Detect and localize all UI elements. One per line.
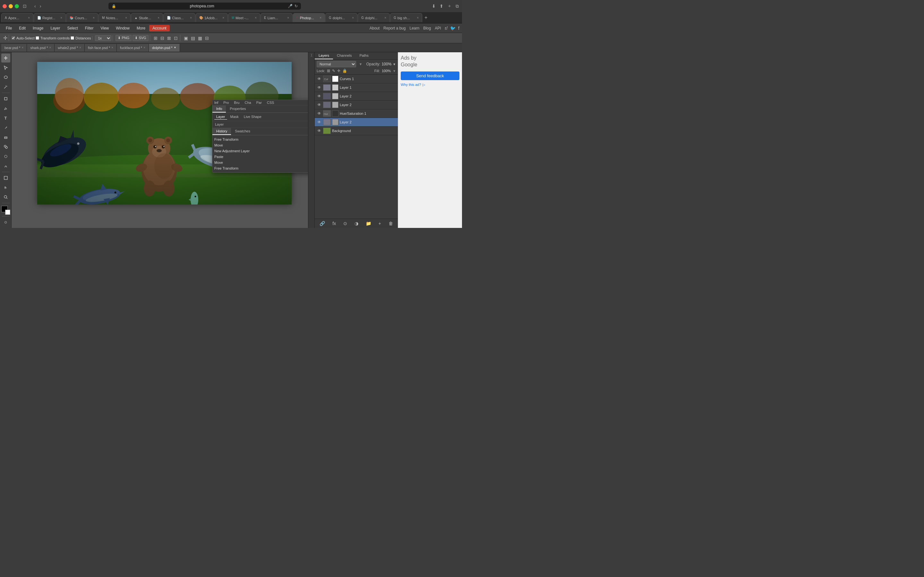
color-swatch[interactable] (1, 206, 10, 215)
tab-close-stude[interactable]: × (158, 16, 160, 19)
tab-close-dolphi2[interactable]: × (384, 16, 386, 19)
layer-item-hue1[interactable]: 👁 Hue Hue/Saturation 1 (315, 109, 398, 118)
canvas-area[interactable]: Inf Pro Bru Cha Par CSS 🖼 Info Propertie… (11, 52, 308, 228)
history-item-1[interactable]: Move (212, 142, 308, 148)
browser-tab-apex[interactable]: A Apex... × (1, 13, 33, 22)
blend-mode-select[interactable]: Normal Multiply Screen Overlay (317, 61, 356, 67)
layer-item-curves1[interactable]: 👁 Cur Curves 1 (315, 75, 398, 83)
toolbar-icon3[interactable]: ⊠ (166, 35, 172, 41)
tab-close-liam[interactable]: × (287, 16, 289, 19)
menu-image[interactable]: Image (29, 25, 47, 31)
panel-css-label[interactable]: CSS (267, 101, 274, 105)
tab-close-meet[interactable]: × (255, 16, 257, 19)
properties-tab[interactable]: Properties (226, 105, 250, 113)
menu-select[interactable]: Select (64, 25, 81, 31)
browser-tab-photo[interactable]: P Photop... × (293, 13, 325, 22)
history-item-3[interactable]: Paste (212, 154, 308, 160)
swatches-tab[interactable]: Swatches (231, 128, 254, 135)
distances-input[interactable] (71, 36, 74, 40)
address-bar[interactable]: 🔒 photopea.com 🎤 ↻ (108, 3, 301, 10)
tool-paint[interactable] (1, 123, 10, 132)
subtab-live-shape[interactable]: Live Shape (242, 114, 263, 119)
distances-check[interactable]: Distances (71, 36, 91, 40)
menu-report-bug[interactable]: Report a bug (383, 26, 405, 31)
tool-select[interactable] (1, 63, 10, 72)
blend-dropdown-arrow[interactable]: ▼ (359, 62, 362, 66)
menu-about[interactable]: About (370, 26, 380, 31)
zoom-select[interactable]: 1x 2x 0.5x (95, 35, 111, 41)
toolbar-icon6[interactable]: ▤ (190, 35, 196, 41)
tool-hand[interactable] (1, 183, 10, 192)
share-icon[interactable]: ⬆ (439, 3, 444, 9)
browser-tab-dolphi1[interactable]: G dolphi... × (325, 13, 357, 22)
doc-tab-bear-close[interactable]: × (22, 46, 24, 49)
download-icon[interactable]: ⬇ (431, 3, 436, 9)
tab-close-photo[interactable]: × (320, 16, 321, 19)
doc-tab-whale2-close[interactable]: × (79, 46, 81, 49)
browser-tab-bigsh[interactable]: G big sh... × (390, 13, 422, 22)
layers-tab-layers[interactable]: Layers (315, 52, 333, 59)
tool-lasso[interactable] (1, 73, 10, 82)
tab-close-bigsh[interactable]: × (417, 16, 419, 19)
tool-zoom[interactable] (1, 193, 10, 201)
png-export-btn[interactable]: ⬇ PNG (115, 35, 132, 41)
browser-tab-dolphi2[interactable]: G dolphi... × (358, 13, 390, 22)
tab-close-dolphi1[interactable]: × (352, 16, 354, 19)
browser-maximize-btn[interactable] (15, 4, 19, 8)
lock-artboard-icon[interactable]: ✛ (337, 69, 341, 73)
history-item-5[interactable]: Free Transform (212, 165, 308, 171)
lock-all-icon[interactable]: 🔒 (342, 69, 347, 73)
layers-delete-btn[interactable]: 🗑 (388, 220, 394, 227)
toolbar-icon2[interactable]: ⊟ (160, 35, 165, 41)
transform-controls-input[interactable] (36, 36, 39, 40)
tool-clone[interactable] (1, 142, 10, 151)
layer-visibility-layer2a[interactable]: 👁 (317, 93, 322, 99)
refresh-icon[interactable]: ↻ (294, 4, 298, 8)
layer-visibility-hue1[interactable]: 👁 (317, 111, 322, 116)
tool-pen[interactable] (1, 104, 10, 113)
sidebar-toggle-btn[interactable]: ⊡ (21, 3, 29, 9)
doc-tab-bear[interactable]: bear.psd * × (1, 44, 27, 52)
menu-window[interactable]: Window (113, 25, 133, 31)
layer-item-layer1[interactable]: 👁 Layer 1 (315, 83, 398, 92)
history-item-0[interactable]: Free Transform (212, 137, 308, 142)
lock-pixels-icon[interactable]: ⊞ (327, 69, 330, 73)
new-tab-icon[interactable]: ＋ (447, 3, 452, 10)
tab-close-regist[interactable]: × (60, 16, 62, 19)
layer-visibility-layer2c[interactable]: 👁 (317, 119, 322, 125)
toolbar-icon7[interactable]: ▦ (197, 35, 203, 41)
browser-tab-liam[interactable]: E Liam... × (260, 13, 292, 22)
why-this-ad[interactable]: Why this ad? ▷ (401, 83, 459, 87)
subtab-mask[interactable]: Mask (228, 114, 241, 119)
doc-tab-fuckface-close[interactable]: × (144, 46, 145, 49)
panel-brushes-label[interactable]: Bru (234, 101, 239, 105)
menu-view[interactable]: View (97, 25, 112, 31)
doc-tab-shark[interactable]: shark.psd * × (27, 44, 55, 52)
tool-eraser[interactable] (1, 133, 10, 142)
layer-visibility-layer1[interactable]: 👁 (317, 85, 322, 90)
browser-back-btn[interactable]: ‹ (33, 3, 37, 9)
menu-file[interactable]: File (3, 25, 15, 31)
tab-close-cours[interactable]: × (93, 16, 95, 19)
tab-close-apex[interactable]: × (28, 16, 30, 19)
layers-mask-btn[interactable]: ⊙ (342, 220, 348, 227)
lock-move-icon[interactable]: ✎ (332, 69, 335, 73)
windows-icon[interactable]: ⧉ (455, 3, 459, 10)
subtab-layer[interactable]: Layer (214, 114, 227, 119)
browser-tab-regist[interactable]: 📄 Regist... × (34, 13, 66, 22)
toolbar-icon4[interactable]: ⊡ (173, 35, 179, 41)
info-tab[interactable]: Info (212, 105, 226, 113)
twitter-icon[interactable]: 🐦 (450, 26, 456, 31)
menu-api[interactable]: API (435, 26, 441, 31)
tab-close-class[interactable]: × (190, 16, 192, 19)
tool-crop[interactable] (1, 94, 10, 103)
reddit-icon[interactable]: r/ (445, 26, 448, 31)
tab-close-notes[interactable]: × (125, 16, 127, 19)
auto-select-input[interactable] (11, 36, 15, 40)
toolbar-icon8[interactable]: ⊟ (204, 35, 210, 41)
doc-tab-fishface-close[interactable]: × (111, 46, 113, 49)
browser-close-btn[interactable] (3, 4, 7, 8)
panel-paragraphs-label[interactable]: Par (256, 101, 262, 105)
browser-tab-1adob[interactable]: 🎨 1Adob... × (196, 13, 228, 22)
auto-select-check[interactable]: Auto-Select (11, 36, 35, 40)
